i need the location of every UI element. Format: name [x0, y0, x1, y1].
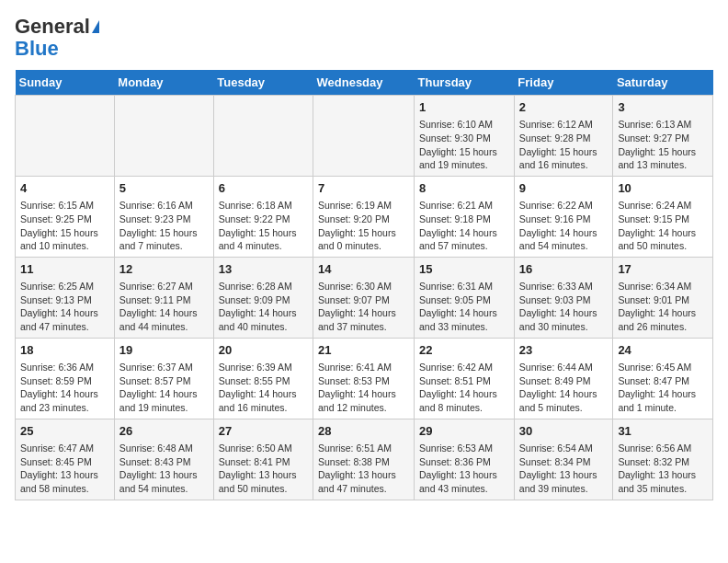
- day-info: Daylight: 15 hours and 13 minutes.: [618, 145, 708, 172]
- day-info: Sunrise: 6:27 AM: [119, 280, 209, 293]
- day-number: 25: [20, 423, 109, 440]
- day-info: Daylight: 14 hours and 57 minutes.: [419, 226, 509, 253]
- day-info: Sunset: 9:13 PM: [20, 293, 109, 307]
- day-number: 17: [618, 261, 708, 278]
- day-info: Sunset: 8:51 PM: [419, 374, 509, 388]
- calendar-cell: 21Sunrise: 6:41 AMSunset: 8:53 PMDayligh…: [313, 338, 415, 419]
- day-info: Daylight: 13 hours and 54 minutes.: [119, 468, 209, 495]
- day-number: 6: [219, 180, 308, 197]
- calendar-cell: 25Sunrise: 6:47 AMSunset: 8:45 PMDayligh…: [16, 419, 115, 500]
- calendar-cell: 22Sunrise: 6:42 AMSunset: 8:51 PMDayligh…: [415, 338, 515, 419]
- day-info: Sunrise: 6:41 AM: [318, 361, 409, 374]
- day-number: 11: [20, 261, 109, 278]
- calendar-cell: 12Sunrise: 6:27 AMSunset: 9:11 PMDayligh…: [114, 257, 213, 338]
- day-number: 10: [618, 180, 708, 197]
- day-info: Sunset: 8:32 PM: [618, 455, 708, 469]
- day-info: Sunset: 8:59 PM: [20, 374, 109, 388]
- calendar-cell: 6Sunrise: 6:18 AMSunset: 9:22 PMDaylight…: [213, 176, 313, 257]
- day-info: Sunrise: 6:24 AM: [618, 199, 708, 213]
- day-info: Sunset: 8:36 PM: [419, 455, 509, 469]
- day-info: Daylight: 14 hours and 40 minutes.: [219, 306, 308, 333]
- day-number: 1: [419, 99, 509, 116]
- day-info: Sunrise: 6:53 AM: [419, 442, 509, 455]
- day-info: Sunset: 8:53 PM: [318, 374, 409, 388]
- day-number: 20: [219, 342, 308, 359]
- day-info: Sunset: 8:47 PM: [618, 374, 708, 388]
- day-info: Daylight: 14 hours and 19 minutes.: [119, 387, 209, 414]
- weekday-header-thursday: Thursday: [415, 70, 515, 96]
- calendar-cell: 17Sunrise: 6:34 AMSunset: 9:01 PMDayligh…: [613, 257, 713, 338]
- day-info: Sunset: 8:41 PM: [219, 455, 308, 469]
- weekday-header-tuesday: Tuesday: [213, 70, 313, 96]
- day-info: Sunset: 9:05 PM: [419, 293, 509, 307]
- day-number: 19: [119, 342, 209, 359]
- calendar-cell: 13Sunrise: 6:28 AMSunset: 9:09 PMDayligh…: [213, 257, 313, 338]
- calendar-week-row: 11Sunrise: 6:25 AMSunset: 9:13 PMDayligh…: [16, 257, 713, 338]
- day-info: Daylight: 15 hours and 0 minutes.: [318, 226, 409, 253]
- day-number: 12: [119, 261, 209, 278]
- calendar-cell: 31Sunrise: 6:56 AMSunset: 8:32 PMDayligh…: [613, 419, 713, 500]
- day-info: Daylight: 15 hours and 7 minutes.: [119, 226, 209, 253]
- day-info: Sunset: 9:25 PM: [20, 213, 109, 226]
- calendar-cell: 19Sunrise: 6:37 AMSunset: 8:57 PMDayligh…: [114, 338, 213, 419]
- calendar-cell: 29Sunrise: 6:53 AMSunset: 8:36 PMDayligh…: [415, 419, 515, 500]
- day-info: Sunset: 8:49 PM: [519, 374, 609, 388]
- day-info: Sunrise: 6:56 AM: [618, 442, 708, 455]
- day-info: Sunset: 8:38 PM: [318, 455, 409, 469]
- day-info: Daylight: 14 hours and 5 minutes.: [519, 387, 609, 414]
- calendar-table: SundayMondayTuesdayWednesdayThursdayFrid…: [15, 70, 713, 500]
- day-number: 4: [20, 180, 109, 197]
- day-info: Daylight: 14 hours and 30 minutes.: [519, 306, 609, 333]
- calendar-cell: 8Sunrise: 6:21 AMSunset: 9:18 PMDaylight…: [415, 176, 515, 257]
- day-info: Sunset: 9:28 PM: [519, 132, 609, 145]
- day-info: Sunset: 9:22 PM: [219, 213, 308, 226]
- calendar-cell: 1Sunrise: 6:10 AMSunset: 9:30 PMDaylight…: [415, 96, 515, 177]
- day-number: 28: [318, 423, 409, 440]
- weekday-header-friday: Friday: [514, 70, 613, 96]
- logo-general: General: [15, 15, 90, 39]
- calendar-cell: 18Sunrise: 6:36 AMSunset: 8:59 PMDayligh…: [16, 338, 115, 419]
- day-info: Daylight: 14 hours and 37 minutes.: [318, 306, 409, 333]
- day-info: Daylight: 14 hours and 16 minutes.: [219, 387, 308, 414]
- day-info: Sunrise: 6:22 AM: [519, 199, 609, 213]
- day-info: Daylight: 14 hours and 50 minutes.: [618, 226, 708, 253]
- day-info: Daylight: 13 hours and 58 minutes.: [20, 468, 109, 495]
- calendar-cell: [213, 96, 313, 177]
- day-number: 21: [318, 342, 409, 359]
- calendar-cell: 2Sunrise: 6:12 AMSunset: 9:28 PMDaylight…: [514, 96, 613, 177]
- day-info: Daylight: 14 hours and 12 minutes.: [318, 387, 409, 414]
- day-info: Sunset: 9:07 PM: [318, 293, 409, 307]
- day-number: 15: [419, 261, 509, 278]
- logo: General Blue: [15, 15, 99, 59]
- day-info: Sunrise: 6:13 AM: [618, 118, 708, 132]
- day-info: Sunset: 9:20 PM: [318, 213, 409, 226]
- day-number: 8: [419, 180, 509, 197]
- day-info: Sunrise: 6:36 AM: [20, 361, 109, 374]
- day-info: Sunset: 9:15 PM: [618, 213, 708, 226]
- day-number: 27: [219, 423, 308, 440]
- calendar-cell: 7Sunrise: 6:19 AMSunset: 9:20 PMDaylight…: [313, 176, 415, 257]
- weekday-header-sunday: Sunday: [16, 70, 115, 96]
- day-number: 22: [419, 342, 509, 359]
- day-number: 23: [519, 342, 609, 359]
- day-number: 24: [618, 342, 708, 359]
- day-info: Daylight: 15 hours and 16 minutes.: [519, 145, 609, 172]
- calendar-week-row: 1Sunrise: 6:10 AMSunset: 9:30 PMDaylight…: [16, 96, 713, 177]
- day-info: Sunrise: 6:10 AM: [419, 118, 509, 132]
- day-info: Sunrise: 6:37 AM: [119, 361, 209, 374]
- day-number: 13: [219, 261, 308, 278]
- day-info: Sunrise: 6:51 AM: [318, 442, 409, 455]
- day-info: Sunrise: 6:42 AM: [419, 361, 509, 374]
- weekday-header-saturday: Saturday: [613, 70, 713, 96]
- day-info: Sunrise: 6:48 AM: [119, 442, 209, 455]
- day-number: 3: [618, 99, 708, 116]
- day-number: 9: [519, 180, 609, 197]
- calendar-cell: 3Sunrise: 6:13 AMSunset: 9:27 PMDaylight…: [613, 96, 713, 177]
- day-info: Sunrise: 6:12 AM: [519, 118, 609, 132]
- calendar-week-row: 18Sunrise: 6:36 AMSunset: 8:59 PMDayligh…: [16, 338, 713, 419]
- day-info: Daylight: 13 hours and 47 minutes.: [318, 468, 409, 495]
- day-number: 7: [318, 180, 409, 197]
- page-header: General Blue: [15, 15, 713, 59]
- day-info: Daylight: 15 hours and 10 minutes.: [20, 226, 109, 253]
- day-info: Sunset: 9:03 PM: [519, 293, 609, 307]
